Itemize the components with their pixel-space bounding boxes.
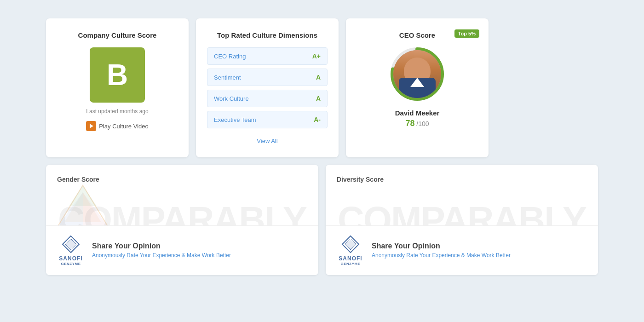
sanofi-logo-diversity: SANOFI GENZYME — [337, 235, 364, 266]
ceo-score-display: 78 /100 — [405, 119, 429, 128]
dimension-item-work-culture[interactable]: Work Culture A — [207, 90, 328, 107]
culture-score-card: Company Culture Score B Last updated mon… — [46, 18, 189, 157]
sanofi-text-top-diversity: SANOFI — [339, 255, 362, 262]
play-icon — [86, 121, 96, 131]
ceo-name: David Meeker — [395, 109, 440, 117]
page-wrapper: Company Culture Score B Last updated mon… — [0, 0, 644, 322]
diversity-share-title: Share Your Opinion — [372, 242, 587, 250]
sanofi-diamond-icon — [62, 235, 80, 253]
ceo-face-collar — [410, 78, 424, 87]
dimensions-card-title: Top Rated Culture Dimensions — [207, 31, 328, 39]
dimension-grade-ceo: A+ — [312, 52, 321, 60]
dimensions-card: Top Rated Culture Dimensions CEO Rating … — [196, 18, 339, 157]
gender-share-subtitle: Anonymously Rate Your Experience & Make … — [92, 252, 307, 259]
diversity-card-title: Diversity Score — [337, 176, 587, 183]
top-row: Company Culture Score B Last updated mon… — [46, 18, 598, 157]
dimension-item-sentiment[interactable]: Sentiment A — [207, 69, 328, 86]
gender-score-card: Gender Score COMPARABLY SANOFI — [46, 165, 318, 275]
gender-share-opinion[interactable]: SANOFI GENZYME Share Your Opinion Anonym… — [46, 225, 318, 275]
dimension-label-executive: Executive Team — [214, 116, 256, 123]
dimension-label-work-culture: Work Culture — [214, 95, 249, 102]
play-video-label: Play Culture Video — [99, 123, 148, 130]
ceo-score-number: 78 — [405, 119, 414, 128]
top5-badge: Top 5% — [454, 29, 479, 38]
ceo-face-illustration — [393, 50, 441, 98]
bottom-row: Gender Score COMPARABLY SANOFI — [46, 165, 598, 275]
play-video-button[interactable]: Play Culture Video — [86, 121, 148, 131]
diversity-share-subtitle: Anonymously Rate Your Experience & Make … — [372, 252, 587, 259]
culture-card-title: Company Culture Score — [78, 31, 157, 39]
sanofi-text-bottom-diversity: GENZYME — [340, 262, 360, 266]
view-all-link[interactable]: View All — [207, 138, 328, 144]
ceo-score-max: /100 — [416, 120, 429, 127]
ceo-photo — [393, 50, 441, 98]
ceo-circle-wrapper — [390, 46, 445, 102]
ceo-score-card: CEO Score Top 5% Dav — [346, 18, 489, 157]
diversity-score-card: Diversity Score COMPARABLY SANOFI GENZYM… — [326, 165, 598, 275]
sanofi-diamond-icon-diversity — [341, 235, 360, 253]
dimension-grade-sentiment: A — [316, 74, 321, 81]
dimension-item-ceo[interactable]: CEO Rating A+ — [207, 47, 328, 65]
dimension-grade-executive: A- — [314, 116, 321, 123]
ceo-face-body — [399, 78, 436, 98]
dimension-item-executive[interactable]: Executive Team A- — [207, 111, 328, 128]
dimension-label-ceo: CEO Rating — [214, 53, 246, 60]
sanofi-text-bottom-gender: GENZYME — [61, 262, 80, 266]
diversity-share-opinion[interactable]: SANOFI GENZYME Share Your Opinion Anonym… — [326, 225, 598, 275]
svg-marker-5 — [58, 192, 83, 227]
ceo-card-title: CEO Score — [399, 31, 435, 39]
gender-share-title: Share Your Opinion — [92, 242, 307, 250]
last-updated-text: Last updated months ago — [86, 108, 148, 115]
sanofi-logo-gender: SANOFI GENZYME — [57, 235, 85, 266]
grade-box: B — [90, 47, 145, 103]
gender-card-title: Gender Score — [57, 176, 307, 183]
grade-letter: B — [107, 58, 128, 92]
gender-share-text-area: Share Your Opinion Anonymously Rate Your… — [92, 242, 307, 259]
sanofi-text-top-gender: SANOFI — [59, 255, 82, 262]
svg-marker-6 — [83, 192, 108, 227]
dimension-label-sentiment: Sentiment — [214, 74, 241, 81]
dimension-grade-work-culture: A — [316, 95, 321, 102]
play-triangle — [90, 124, 93, 128]
diversity-share-text-area: Share Your Opinion Anonymously Rate Your… — [372, 242, 587, 259]
